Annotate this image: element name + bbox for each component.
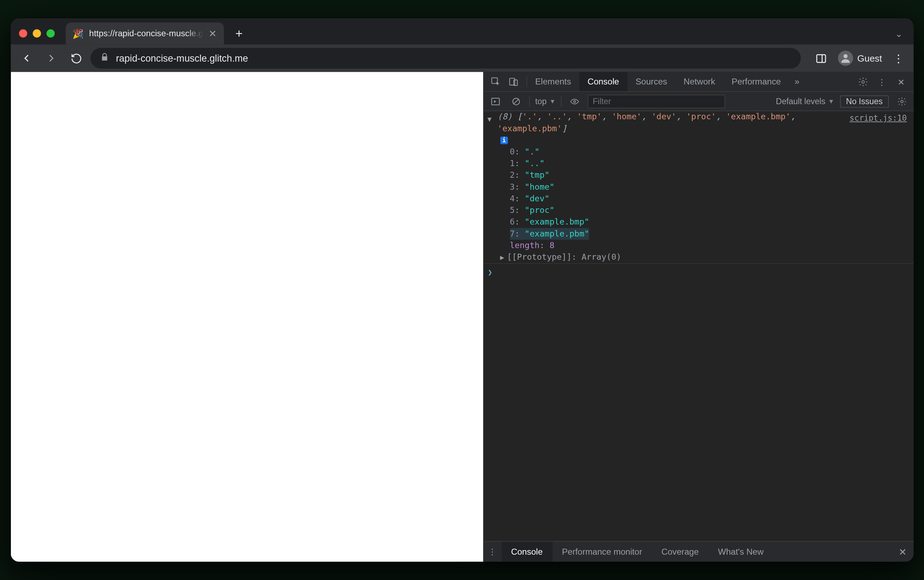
new-tab-button[interactable]: + [229,24,248,43]
expand-triangle-icon[interactable]: ▶ [500,254,504,261]
devtools-tab-network[interactable]: Network [675,72,723,91]
length-value: 8 [549,241,554,250]
devtools-tab-sources[interactable]: Sources [627,72,675,91]
svg-line-10 [513,99,518,104]
device-toolbar-icon[interactable] [505,73,522,90]
page-viewport[interactable] [11,72,483,561]
drawer-tab-coverage[interactable]: Coverage [652,542,708,562]
devtools-tab-performance[interactable]: Performance [723,72,789,91]
window-controls [16,29,60,37]
console-filter-input[interactable] [588,94,725,108]
drawer-tab-performance-monitor[interactable]: Performance monitor [552,542,652,562]
tab-search-button[interactable]: ⌄ [889,28,908,38]
devtools-tabbar: ElementsConsoleSourcesNetworkPerformance… [483,72,913,92]
array-item-row[interactable]: 6: "example.bmp" [510,216,913,228]
console-settings-icon[interactable] [894,94,909,109]
more-tabs-button[interactable]: » [789,77,805,86]
browser-menu-button[interactable]: ⋮ [889,49,908,68]
browser-tab[interactable]: 🎉 https://rapid-concise-muscle.g ✕ [66,23,224,45]
array-index: 6 [510,217,515,227]
lock-icon[interactable] [100,53,109,64]
array-index: 1 [510,159,515,168]
reload-button[interactable] [66,48,86,69]
array-item-row[interactable]: 1: ".." [510,158,913,170]
array-index: 2 [510,170,515,180]
svg-point-6 [862,80,864,83]
tab-favicon: 🎉 [72,28,84,38]
array-item-row[interactable]: 5: "proc" [510,205,913,216]
array-value: "tmp" [524,170,550,180]
array-value: ".." [524,159,544,168]
log-levels-selector[interactable]: Default levels ▼ [776,96,834,106]
minimize-window-button[interactable] [33,29,41,37]
profile-label: Guest [857,53,882,63]
array-count: (8) [497,112,512,122]
array-item-row[interactable]: 7: "example.pbm" [510,228,589,240]
array-summary-item: 'dev' [651,112,676,122]
expand-triangle-icon[interactable]: ▶ [484,117,495,122]
devtools-menu-icon[interactable]: ⋮ [874,73,890,90]
array-item-row[interactable]: 0: "." [510,147,913,158]
array-summary-item: 'proc' [686,112,716,122]
array-index: 0 [510,147,515,157]
info-badge-icon[interactable]: i [500,137,508,144]
array-value: "proc" [524,206,554,215]
prototype-label: [[Prototype]] [507,252,571,262]
address-bar[interactable]: rapid-concise-muscle.glitch.me [90,48,801,69]
array-value: "dev" [524,194,550,203]
array-summary-item: 'tmp' [577,112,602,122]
devtools-panel: ElementsConsoleSourcesNetworkPerformance… [483,72,913,561]
array-item-row[interactable]: 4: "dev" [510,193,913,204]
length-key: length [510,241,539,250]
close-window-button[interactable] [19,29,27,37]
array-index: 3 [510,182,515,191]
svg-point-12 [901,100,903,102]
devtools-tab-elements[interactable]: Elements [527,72,579,91]
side-panel-icon[interactable] [812,49,831,68]
array-value: "." [524,147,539,157]
devtools-tab-console[interactable]: Console [579,72,627,91]
console-output[interactable]: script.js:10 ▶ (8) ['.', '..', 'tmp', 'h… [483,111,913,541]
array-value: "example.bmp" [524,217,589,227]
array-summary-row[interactable]: ▶ (8) ['.', '..', 'tmp', 'home', 'dev', … [483,111,913,147]
drawer-tab-console[interactable]: Console [501,542,552,562]
array-index: 7 [510,229,515,238]
prompt-chevron-icon: ❯ [488,267,492,278]
console-toolbar: top ▼ Default levels ▼ No Issues [483,92,913,111]
chevron-down-icon: ▼ [549,98,555,105]
array-value: "home" [524,182,554,191]
array-item-row[interactable]: 3: "home" [510,181,913,193]
array-summary-item: '..' [547,112,567,122]
issues-button[interactable]: No Issues [840,95,888,107]
avatar-icon [838,51,853,66]
inspect-element-icon[interactable] [488,73,504,90]
prototype-value: Array(0) [581,252,621,262]
devtools-settings-icon[interactable] [854,73,871,90]
execution-context-selector[interactable]: top ▼ [535,96,556,106]
url-text: rapid-concise-muscle.glitch.me [116,53,248,64]
log-levels-label: Default levels [776,96,825,106]
console-sidebar-toggle-icon[interactable] [488,94,503,109]
forward-button[interactable] [41,48,62,69]
devtools-close-icon[interactable]: ✕ [893,73,909,90]
tab-title: https://rapid-concise-muscle.g [89,28,203,38]
context-label: top [535,96,547,106]
browser-toolbar: rapid-concise-muscle.glitch.me Guest ⋮ [11,44,913,72]
prototype-row[interactable]: ▶[[Prototype]]: Array(0) [483,252,913,263]
drawer-menu-icon[interactable]: ⋮ [483,544,501,560]
drawer-close-icon[interactable]: ✕ [891,546,913,557]
array-item-row[interactable]: 2: "tmp" [510,170,913,181]
console-prompt[interactable]: ❯ [483,263,913,281]
svg-rect-0 [817,54,826,62]
array-items: 0: "."1: ".."2: "tmp"3: "home"4: "dev"5:… [483,147,913,240]
clear-console-icon[interactable] [508,94,523,109]
back-button[interactable] [16,48,37,69]
array-value: "example.pbm" [524,229,589,238]
profile-button[interactable]: Guest [836,49,883,67]
array-index: 4 [510,194,515,203]
array-index: 5 [510,206,515,215]
live-expression-icon[interactable] [567,94,582,109]
maximize-window-button[interactable] [46,29,54,37]
tab-close-icon[interactable]: ✕ [209,28,217,39]
drawer-tab-what-s-new[interactable]: What's New [708,542,773,562]
